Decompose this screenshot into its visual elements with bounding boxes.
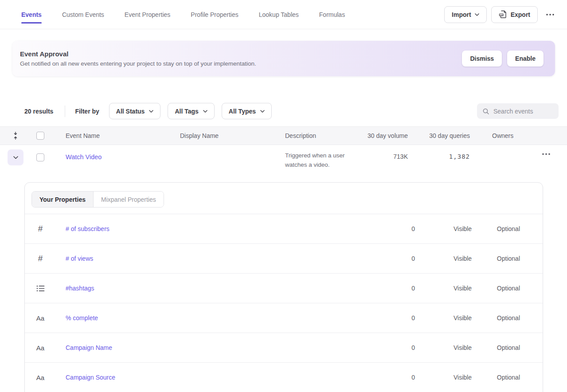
property-name-link[interactable]: % complete: [56, 314, 98, 321]
nav-tab-label: Custom Events: [62, 11, 104, 18]
filter-dropdown[interactable]: All Tags: [168, 103, 214, 119]
active-tab-underline: [21, 22, 42, 24]
property-count: 0: [388, 225, 415, 232]
ellipsis-icon: [542, 153, 551, 155]
search-icon: [482, 108, 489, 115]
nav-tab[interactable]: Profile Properties: [191, 0, 238, 29]
header-description: Description: [279, 132, 357, 139]
number-type-icon: #: [38, 224, 43, 234]
event-name-link[interactable]: Watch Video: [66, 153, 102, 161]
results-count: 20 results: [24, 108, 53, 115]
property-name-link[interactable]: # of subscribers: [56, 225, 109, 232]
property-row: Aa Campaign Source 0 Visible Optional: [25, 363, 543, 392]
property-name-link[interactable]: Campaign Source: [56, 374, 115, 381]
event-row: Watch Video Triggered when a user watche…: [0, 145, 567, 182]
property-status: Optional: [472, 225, 520, 232]
export-button-label: Export: [511, 11, 530, 18]
property-row: Aa Campaign Name 0 Visible Optional: [25, 333, 543, 363]
dismiss-button[interactable]: Dismiss: [462, 51, 502, 67]
event-queries: 1,382: [408, 153, 470, 160]
topbar-actions: Import csv Export: [444, 6, 558, 23]
text-type-icon: Aa: [36, 374, 44, 381]
row-actions-button[interactable]: [525, 153, 567, 155]
header-event-name: Event Name: [58, 132, 180, 139]
property-count: 0: [388, 344, 415, 351]
nav-tab-label: Formulas: [319, 11, 345, 18]
banner-actions: Dismiss Enable: [462, 51, 544, 67]
banner-title: Event Approval: [20, 50, 256, 58]
vertical-divider: [65, 106, 65, 117]
list-type-icon: [36, 285, 45, 292]
collapse-row-button[interactable]: [8, 149, 23, 165]
nav-tab-label: Event Properties: [125, 11, 171, 18]
property-count: 0: [388, 255, 415, 262]
property-count: 0: [388, 285, 415, 292]
chevron-down-icon: [13, 156, 18, 159]
property-status: Optional: [472, 344, 520, 351]
import-button[interactable]: Import: [444, 6, 487, 23]
property-count: 0: [388, 374, 415, 381]
text-type-icon: Aa: [36, 344, 44, 352]
properties-tab-label: Mixpanel Properties: [101, 196, 156, 203]
top-navigation: Events Custom Events Event Properties Pr…: [0, 0, 567, 29]
ellipsis-icon: [546, 14, 555, 16]
text-type-icon: Aa: [36, 314, 44, 322]
nav-tab-label: Profile Properties: [191, 11, 238, 18]
nav-tab[interactable]: Event Properties: [125, 0, 171, 29]
property-visibility: Visible: [415, 344, 472, 351]
property-visibility: Visible: [415, 285, 472, 292]
filter-dropdown[interactable]: All Types: [222, 103, 272, 119]
property-row: #hashtags 0 Visible Optional: [25, 274, 543, 303]
nav-tab-label: Lookup Tables: [259, 11, 299, 18]
filter-dropdown[interactable]: All Status: [109, 103, 161, 119]
row-checkbox[interactable]: [36, 153, 44, 161]
nav-tab[interactable]: Events: [21, 0, 42, 29]
filter-dropdown-label: All Types: [229, 108, 256, 115]
chevron-down-icon: [149, 110, 153, 113]
property-name-link[interactable]: #hashtags: [56, 285, 94, 292]
properties-tab[interactable]: Mixpanel Properties: [94, 192, 164, 207]
nav-tab[interactable]: Formulas: [319, 0, 345, 29]
property-row: Aa % complete 0 Visible Optional: [25, 303, 543, 333]
number-type-icon: #: [38, 254, 43, 263]
chevron-down-icon: [475, 13, 479, 16]
property-row: # # of subscribers 0 Visible Optional: [25, 214, 543, 244]
filter-dropdown-label: All Status: [116, 108, 145, 115]
property-status: Optional: [472, 285, 520, 292]
search-input[interactable]: [493, 108, 551, 115]
property-visibility: Visible: [415, 255, 472, 262]
property-name-link[interactable]: # of views: [56, 255, 93, 262]
property-visibility: Visible: [415, 225, 472, 232]
nav-tabs: Events Custom Events Event Properties Pr…: [21, 0, 345, 29]
header-volume: 30 day volume: [357, 132, 408, 139]
properties-tab-control: Your Properties Mixpanel Properties: [31, 191, 164, 208]
header-display-name: Display Name: [180, 132, 279, 139]
property-name-link[interactable]: Campaign Name: [56, 344, 112, 351]
svg-text:csv: csv: [500, 14, 503, 16]
csv-file-icon: csv: [499, 10, 507, 19]
header-owners: Owners: [470, 132, 525, 139]
property-visibility: Visible: [415, 374, 472, 381]
nav-tab[interactable]: Custom Events: [62, 0, 104, 29]
event-properties-panel: Your Properties Mixpanel Properties # # …: [24, 182, 543, 392]
banner-subtitle: Get notified on all new events entering …: [20, 60, 256, 67]
event-description: Triggered when a user watches a video.: [279, 151, 351, 169]
chevron-down-icon: [260, 110, 265, 113]
nav-tab[interactable]: Lookup Tables: [259, 0, 299, 29]
header-queries: 30 day queries: [408, 132, 470, 139]
properties-tab[interactable]: Your Properties: [32, 192, 94, 207]
search-box[interactable]: [477, 103, 559, 119]
chevron-down-icon: [203, 110, 207, 113]
banner-text: Event Approval Get notified on all new e…: [20, 50, 256, 67]
events-table-header: Event Name Display Name Description 30 d…: [0, 126, 567, 145]
export-button[interactable]: csv Export: [491, 6, 538, 23]
enable-button[interactable]: Enable: [507, 51, 544, 67]
import-button-label: Import: [452, 11, 471, 18]
property-row: # # of views 0 Visible Optional: [25, 244, 543, 274]
collapse-all-button[interactable]: [0, 132, 31, 140]
nav-tab-label: Events: [21, 11, 42, 18]
more-options-button[interactable]: [542, 11, 558, 18]
select-all-checkbox[interactable]: [36, 132, 44, 140]
filter-dropdown-label: All Tags: [175, 108, 198, 115]
property-status: Optional: [472, 255, 520, 262]
